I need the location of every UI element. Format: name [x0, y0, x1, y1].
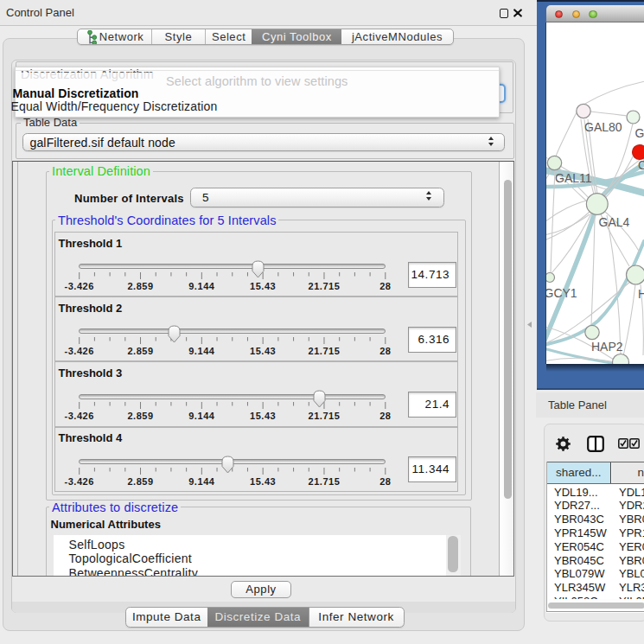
svg-text:15.43: 15.43: [250, 346, 276, 356]
svg-text:2.859: 2.859: [127, 281, 153, 291]
svg-text:9.144: 9.144: [188, 281, 215, 291]
svg-text:-3.426: -3.426: [64, 346, 94, 356]
svg-text:9.144: 9.144: [188, 476, 215, 487]
svg-text:2.859: 2.859: [127, 411, 153, 421]
svg-text:-3.426: -3.426: [64, 411, 94, 421]
svg-text:GAL11: GAL11: [555, 171, 592, 185]
svg-text:21.715: 21.715: [308, 476, 340, 487]
svg-text:21.715: 21.715: [308, 346, 340, 356]
svg-text:28: 28: [379, 346, 391, 356]
svg-text:GAL80: GAL80: [584, 120, 622, 134]
svg-text:GAL4: GAL4: [599, 215, 630, 229]
svg-text:9.144: 9.144: [188, 411, 215, 421]
svg-text:21.715: 21.715: [308, 411, 340, 421]
svg-text:-3.426: -3.426: [64, 281, 94, 291]
svg-text:GA: GA: [635, 126, 644, 140]
svg-text:15.43: 15.43: [250, 281, 276, 291]
svg-text:15.43: 15.43: [250, 476, 276, 487]
svg-text:15.43: 15.43: [250, 411, 276, 421]
svg-text:-3.426: -3.426: [64, 476, 94, 487]
svg-text:28: 28: [379, 476, 391, 487]
svg-text:C: C: [638, 158, 644, 172]
svg-text:9.144: 9.144: [188, 346, 215, 356]
svg-text:2.859: 2.859: [127, 346, 153, 356]
svg-text:21.715: 21.715: [308, 281, 340, 291]
svg-text:HAP2: HAP2: [591, 340, 623, 354]
svg-text:28: 28: [379, 281, 391, 291]
svg-text:GCY1: GCY1: [546, 286, 577, 300]
svg-text:H: H: [638, 287, 644, 301]
svg-text:28: 28: [379, 411, 391, 421]
svg-text:2.859: 2.859: [127, 476, 153, 487]
